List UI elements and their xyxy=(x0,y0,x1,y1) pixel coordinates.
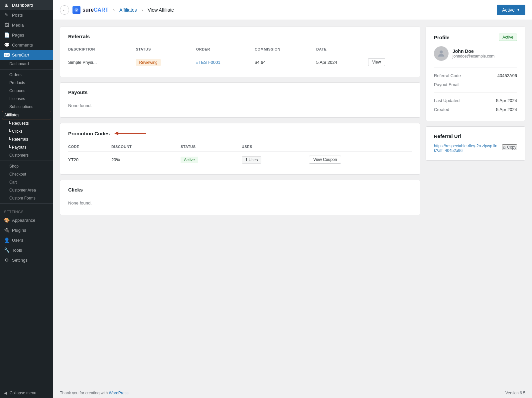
promo-col-action xyxy=(309,142,412,152)
media-icon: 🖼 xyxy=(4,22,9,28)
last-updated-value: 5 Apr 2024 xyxy=(496,98,517,103)
topbar-brand: sureCART xyxy=(72,6,108,14)
sidebar-item-posts[interactable]: ✎ Posts xyxy=(0,10,53,20)
sidebar-sub-referrals[interactable]: └ Referrals xyxy=(0,135,53,143)
main-area: ← sureCART › Affiliates › View Affiliate… xyxy=(53,0,532,398)
sidebar-comments-label: Comments xyxy=(12,43,33,48)
back-button[interactable]: ← xyxy=(60,5,69,15)
sidebar-sub-coupons[interactable]: Coupons xyxy=(0,87,53,95)
sidebar-item-plugins[interactable]: 🔌 Plugins xyxy=(0,225,53,235)
copy-url-button[interactable]: ⧉ Copy xyxy=(502,144,517,150)
svg-point-3 xyxy=(440,51,443,54)
sidebar-item-tools[interactable]: 🔧 Tools xyxy=(0,245,53,255)
users-icon: 👤 xyxy=(4,237,9,243)
table-row: YT20 20% Active 1 Uses View Coupon xyxy=(68,152,412,168)
last-updated-label: Last Updated xyxy=(434,98,460,103)
payouts-card: Payouts None found. xyxy=(60,82,420,118)
promo-action: View Coupon xyxy=(309,152,412,168)
referrals-card: Referrals DESCRIPTION STATUS ORDER COMMI… xyxy=(60,27,420,77)
referral-status: Reviewing xyxy=(136,54,196,70)
surecart-nav-icon: SC xyxy=(4,52,9,58)
profile-title: Profile xyxy=(434,35,450,40)
referral-code-label: Referral Code xyxy=(434,73,461,78)
sidebar-sub-customers[interactable]: Customers xyxy=(0,151,53,159)
sidebar-sub-orders[interactable]: Orders xyxy=(0,71,53,79)
sidebar-item-comments[interactable]: 💬 Comments xyxy=(0,40,53,50)
payout-email-label: Payout Email xyxy=(434,82,460,87)
sidebar-nav-cart[interactable]: Cart xyxy=(0,178,53,186)
sidebar-item-users[interactable]: 👤 Users xyxy=(0,235,53,245)
referrals-col-status: STATUS xyxy=(136,45,196,54)
sidebar-sub-clicks[interactable]: └ Clicks xyxy=(0,127,53,135)
sidebar-divider-3 xyxy=(0,203,53,204)
breadcrumb-sep-1: › xyxy=(113,7,115,13)
referral-url-row: https://respectable-riley-2n.zipwp.link?… xyxy=(434,144,517,154)
sidebar-surecart-label: SureCart xyxy=(12,53,29,58)
collapse-menu-button[interactable]: ◀ Collapse menu xyxy=(0,388,53,398)
sidebar-bottom: ◀ Collapse menu xyxy=(0,388,53,398)
view-coupon-button[interactable]: View Coupon xyxy=(309,156,341,164)
order-link[interactable]: #TEST-0001 xyxy=(196,60,220,65)
promo-code: YT20 xyxy=(68,152,111,168)
sidebar-dashboard-label: Dashboard xyxy=(12,3,33,8)
promo-col-discount: DISCOUNT xyxy=(111,142,181,152)
sidebar-item-appearance[interactable]: 🎨 Appearance xyxy=(0,215,53,225)
copy-icon: ⧉ xyxy=(503,145,506,150)
profile-name: John Doe xyxy=(453,49,494,54)
sidebar-item-pages[interactable]: 📄 Pages xyxy=(0,30,53,40)
referral-url-text: https://respectable-riley-2n.zipwp.link?… xyxy=(434,144,499,153)
sidebar-sub-subscriptions[interactable]: Subscriptions xyxy=(0,103,53,111)
referral-date: 5 Apr 2024 xyxy=(316,54,368,70)
sidebar-nav-customer-area[interactable]: Customer Area xyxy=(0,186,53,194)
topbar: ← sureCART › Affiliates › View Affiliate… xyxy=(53,0,532,20)
referrals-title: Referrals xyxy=(68,34,412,39)
sidebar-media-label: Media xyxy=(12,23,24,28)
appearance-icon: 🎨 xyxy=(4,217,9,223)
sidebar-sub-payouts[interactable]: └ Payouts xyxy=(0,143,53,151)
sidebar-sub-products[interactable]: Products xyxy=(0,79,53,87)
dashboard-icon: ⊞ xyxy=(4,2,9,8)
right-column: Profile Active John Doe johndoe@example.… xyxy=(426,27,525,381)
profile-referral-code-row: Referral Code 40452A96 xyxy=(434,71,517,80)
promo-status: Active xyxy=(181,152,242,168)
promo-status-badge: Active xyxy=(181,157,198,163)
view-referral-button[interactable]: View xyxy=(368,58,385,66)
profile-status-badge: Active xyxy=(499,34,517,41)
referral-description: Simple Physi... xyxy=(68,54,136,70)
sidebar-item-settings[interactable]: ⚙ Settings xyxy=(0,255,53,265)
clicks-title: Clicks xyxy=(68,187,412,193)
sidebar-nav-custom-forms[interactable]: Custom Forms xyxy=(0,194,53,202)
footer-text: Thank you for creating with WordPress xyxy=(60,391,129,395)
sidebar-posts-label: Posts xyxy=(12,13,23,18)
uses-badge: 1 Uses xyxy=(242,156,261,164)
sidebar-nav-checkout[interactable]: Checkout xyxy=(0,170,53,178)
breadcrumb-current: View Affiliate xyxy=(148,7,174,13)
sidebar-sub-affiliates[interactable]: Affiliates xyxy=(2,111,51,119)
sidebar-sub-requests[interactable]: └ Requests xyxy=(0,119,53,127)
breadcrumb-affiliates[interactable]: Affiliates xyxy=(119,7,137,13)
created-value: 5 Apr 2024 xyxy=(496,107,517,112)
sidebar-sub-dashboard[interactable]: Dashboard xyxy=(0,60,53,68)
pages-icon: 📄 xyxy=(4,32,9,38)
sidebar-nav-shop[interactable]: Shop xyxy=(0,162,53,170)
sidebar-pages-label: Pages xyxy=(12,33,24,38)
sidebar-item-dashboard[interactable]: ⊞ Dashboard xyxy=(0,0,53,10)
sidebar: ⊞ Dashboard ✎ Posts 🖼 Media 📄 Pages 💬 Co… xyxy=(0,0,53,398)
copy-label: Copy xyxy=(507,145,516,150)
referral-action: View xyxy=(368,54,412,70)
comments-icon: 💬 xyxy=(4,42,9,48)
sidebar-sub-licenses[interactable]: Licenses xyxy=(0,95,53,103)
surecart-brand-icon xyxy=(72,6,80,14)
status-button[interactable]: Active ▼ xyxy=(497,5,525,15)
sidebar-item-media[interactable]: 🖼 Media xyxy=(0,20,53,30)
breadcrumb-sep-2: › xyxy=(142,7,143,13)
referrals-table: DESCRIPTION STATUS ORDER COMMISSION DATE… xyxy=(68,45,412,70)
profile-card: Profile Active John Doe johndoe@example.… xyxy=(426,27,525,121)
profile-header: Profile Active xyxy=(434,34,517,41)
profile-payout-email-row: Payout Email xyxy=(434,80,517,89)
wordpress-link[interactable]: WordPress xyxy=(109,391,128,395)
annotation-arrow-svg xyxy=(114,130,148,137)
svg-marker-1 xyxy=(114,131,118,135)
sidebar-item-surecart[interactable]: SC SureCart xyxy=(0,50,53,60)
posts-icon: ✎ xyxy=(4,12,9,18)
